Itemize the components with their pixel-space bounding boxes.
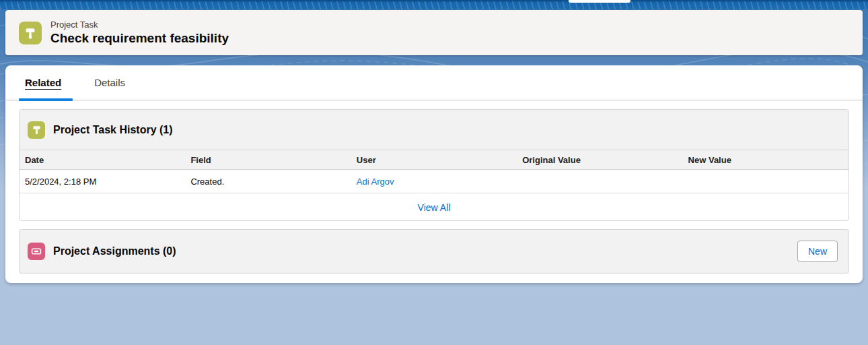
record-title: Check requirement feasibility	[50, 31, 229, 46]
cell-date: 5/2/2024, 2:18 PM	[20, 177, 185, 187]
record-body-card: Related Details Project Task History (1)…	[5, 65, 863, 283]
assignments-card-title[interactable]: Project Assignments (0)	[53, 245, 176, 257]
project-task-icon	[19, 22, 42, 44]
cell-field: Created.	[185, 177, 351, 187]
column-header-user: User	[351, 155, 517, 165]
hammer-icon	[31, 124, 42, 135]
hammer-icon	[23, 26, 38, 40]
tab-bar: Related Details	[5, 65, 863, 100]
table-row: 5/2/2024, 2:18 PM Created. Adi Argov	[20, 170, 848, 193]
view-all-link[interactable]: View All	[418, 202, 451, 213]
column-header-date: Date	[20, 155, 185, 165]
entity-label: Project Task	[50, 20, 229, 30]
record-header: Project Task Check requirement feasibili…	[5, 10, 863, 55]
history-card-footer: View All	[20, 193, 848, 221]
column-header-field: Field	[185, 155, 351, 165]
ticket-icon	[30, 245, 42, 257]
record-header-text: Project Task Check requirement feasibili…	[50, 20, 229, 46]
active-tab-indicator	[19, 98, 73, 101]
project-assignments-icon	[28, 243, 45, 260]
new-button[interactable]: New	[797, 241, 838, 262]
history-table-header: Date Field User Original Value New Value	[20, 150, 848, 170]
column-header-new-value: New Value	[683, 155, 848, 165]
top-accent-bar	[0, 0, 868, 9]
history-card-header: Project Task History (1)	[20, 110, 848, 150]
top-white-sliver	[569, 0, 630, 3]
history-table: Date Field User Original Value New Value…	[20, 150, 848, 221]
tab-related[interactable]: Related	[25, 77, 61, 88]
project-task-history-card: Project Task History (1) Date Field User…	[19, 109, 849, 221]
column-header-original-value: Original Value	[517, 155, 682, 165]
project-assignments-card: Project Assignments (0) New	[19, 229, 849, 274]
tab-details[interactable]: Details	[94, 77, 125, 88]
user-link[interactable]: Adi Argov	[357, 177, 394, 187]
cell-user: Adi Argov	[351, 177, 517, 187]
history-card-title[interactable]: Project Task History (1)	[53, 124, 173, 136]
project-task-history-icon	[28, 121, 45, 139]
page: Project Task Check requirement feasibili…	[0, 0, 868, 345]
